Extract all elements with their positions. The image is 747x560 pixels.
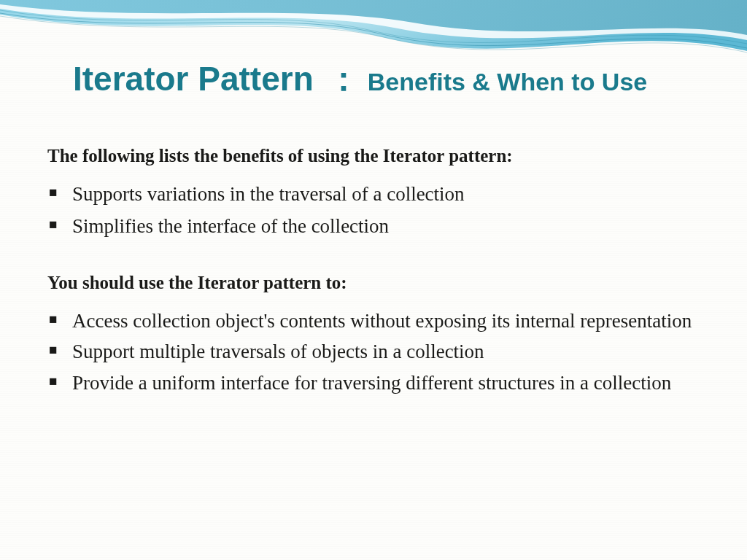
- when-to-use-list: Access collection object's contents with…: [47, 308, 703, 396]
- when-to-use-heading: You should use the Iterator pattern to:: [47, 273, 703, 293]
- slide-content: Iterator Pattern：Benefits & When to Use …: [47, 57, 703, 429]
- list-item: Supports variations in the traversal of …: [47, 181, 703, 207]
- title-colon: ：: [327, 60, 360, 98]
- title-main: Iterator Pattern: [73, 60, 314, 98]
- title-subtitle: Benefits & When to Use: [368, 68, 647, 96]
- list-item: Access collection object's contents with…: [47, 308, 703, 334]
- list-item: Support multiple traversals of objects i…: [47, 338, 703, 365]
- benefits-heading: The following lists the benefits of usin…: [47, 146, 703, 166]
- benefits-list: Supports variations in the traversal of …: [47, 181, 703, 240]
- slide-title: Iterator Pattern：Benefits & When to Use: [73, 57, 703, 102]
- list-item: Simplifies the interface of the collecti…: [47, 213, 703, 239]
- list-item: Provide a uniform interface for traversi…: [47, 370, 703, 396]
